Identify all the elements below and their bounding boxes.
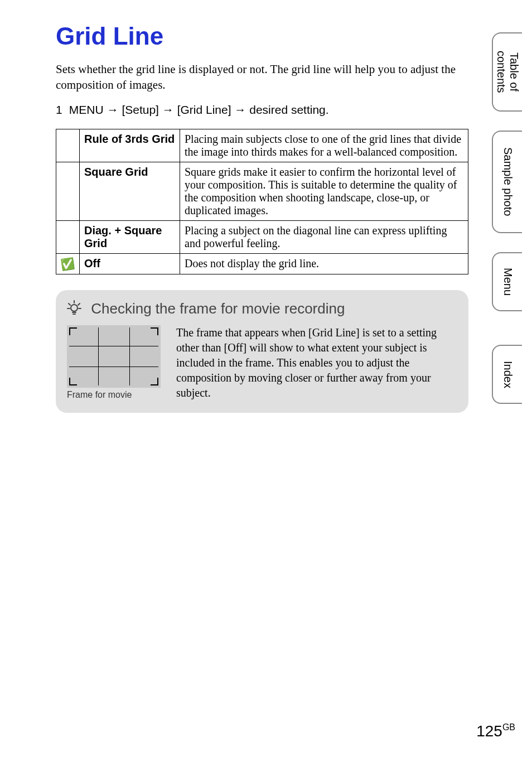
grid-line-icon	[69, 346, 158, 346]
step-number: 1	[56, 103, 66, 117]
default-mark: ✅	[56, 253, 80, 274]
arrow-icon: →	[162, 103, 174, 116]
corner-bracket-icon	[151, 378, 158, 385]
tab-sample-photo[interactable]: Sample photo	[492, 131, 522, 233]
check-icon: ✅	[60, 256, 75, 271]
tab-index[interactable]: Index	[492, 345, 522, 404]
option-desc: Square grids make it easier to confirm t…	[180, 162, 468, 220]
corner-bracket-icon	[69, 378, 77, 385]
lightbulb-icon	[67, 300, 81, 319]
default-mark	[56, 220, 80, 253]
table-row: Rule of 3rds Grid Placing main subjects …	[56, 129, 468, 162]
option-name: Diag. + Square Grid	[80, 220, 180, 253]
options-table: Rule of 3rds Grid Placing main subjects …	[56, 129, 468, 274]
side-tabs: Table of contents Sample photo Menu Inde…	[481, 32, 522, 423]
grid-line-icon	[129, 327, 130, 385]
svg-line-3	[78, 303, 80, 305]
tab-label: Index	[501, 353, 514, 396]
option-name: Rule of 3rds Grid	[80, 129, 180, 162]
default-mark	[56, 162, 80, 220]
page-number-suffix: GB	[502, 722, 515, 732]
option-desc: Does not display the grid line.	[180, 253, 468, 274]
movie-frame-diagram	[67, 325, 161, 388]
step-part: MENU	[69, 103, 104, 116]
tab-label: Table of contents	[495, 43, 520, 101]
default-mark	[56, 129, 80, 162]
option-desc: Placing main subjects close to one of th…	[180, 129, 468, 162]
frame-caption: Frame for movie	[67, 390, 161, 400]
option-desc: Placing a subject on the diagonal line c…	[180, 220, 468, 253]
svg-line-2	[69, 303, 70, 305]
step-part: desired setting.	[249, 103, 328, 116]
page-title: Grid Line	[56, 22, 468, 50]
grid-line-icon	[98, 327, 99, 385]
tip-box: Checking the frame for movie recording F…	[56, 290, 468, 413]
page-number: 125GB	[476, 722, 515, 740]
tab-label: Sample photo	[501, 139, 514, 224]
tab-label: Menu	[501, 260, 514, 303]
frame-figure: Frame for movie	[67, 325, 161, 401]
corner-bracket-icon	[151, 327, 158, 335]
option-name: Square Grid	[80, 162, 180, 220]
tip-body: The frame that appears when [Grid Line] …	[176, 325, 457, 401]
corner-bracket-icon	[69, 327, 77, 335]
tab-menu[interactable]: Menu	[492, 252, 522, 311]
arrow-icon: →	[234, 103, 246, 116]
svg-point-0	[71, 305, 78, 311]
tip-title: Checking the frame for movie recording	[67, 300, 457, 319]
grid-line-icon	[69, 367, 158, 367]
content-area: Grid Line Sets whether the grid line is …	[56, 22, 468, 413]
tab-table-of-contents[interactable]: Table of contents	[492, 32, 522, 112]
arrow-icon: →	[107, 103, 119, 116]
menu-path-step: 1 MENU → [Setup] → [Grid Line] → desired…	[56, 103, 468, 117]
step-part: [Setup]	[122, 103, 159, 116]
table-row: Diag. + Square Grid Placing a subject on…	[56, 220, 468, 253]
table-row: ✅ Off Does not display the grid line.	[56, 253, 468, 274]
page: Grid Line Sets whether the grid line is …	[0, 0, 532, 757]
option-name: Off	[80, 253, 180, 274]
intro-text: Sets whether the grid line is displayed …	[56, 61, 468, 93]
tip-heading-text: Checking the frame for movie recording	[91, 300, 345, 317]
tip-row: Frame for movie The frame that appears w…	[67, 325, 457, 401]
page-number-value: 125	[476, 722, 502, 740]
table-row: Square Grid Square grids make it easier …	[56, 162, 468, 220]
step-part: [Grid Line]	[177, 103, 231, 116]
